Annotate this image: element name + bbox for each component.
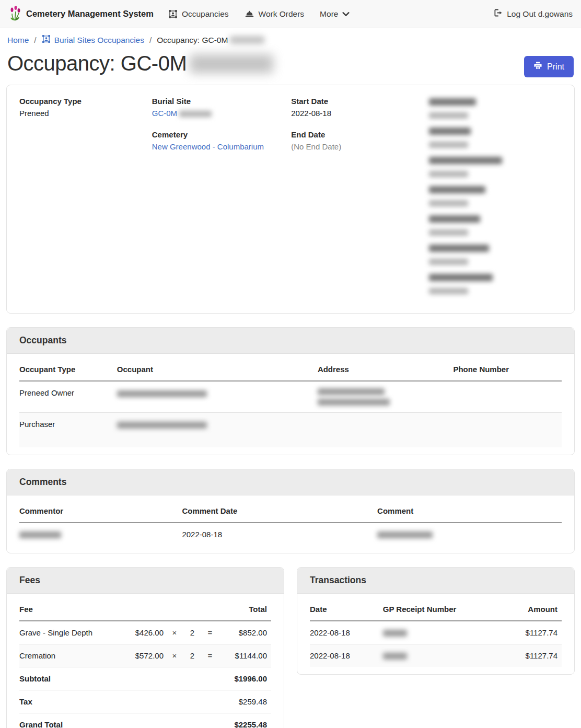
redacted-text — [179, 111, 212, 117]
breadcrumb-home-link[interactable]: Home — [7, 36, 29, 45]
hard-hat-icon — [245, 9, 254, 18]
comments-card: Comments Commentor Comment Date Comment … — [6, 469, 575, 553]
table-row: 2022-08-18 $1127.74 — [310, 644, 562, 667]
logout-icon — [493, 8, 503, 19]
print-button[interactable]: Print — [524, 56, 574, 77]
logout-label: Log Out d.gowans — [507, 9, 573, 19]
column-header: Fee — [19, 598, 221, 621]
print-label: Print — [547, 62, 564, 72]
start-date-value: 2022-08-18 — [291, 109, 429, 118]
transactions-card: Transactions Date GP Receipt Number Amou… — [297, 567, 575, 675]
page-header: Occupancy: GC-0M Print — [0, 51, 581, 85]
fees-table: Fee Total Grave - Single Depth $426.00 ×… — [19, 598, 271, 728]
occupancy-type-value: Preneed — [19, 109, 152, 118]
column-header: Occupant Type — [19, 358, 117, 381]
column-header: GP Receipt Number — [383, 598, 494, 621]
comments-table: Commentor Comment Date Comment 2022-08-1… — [19, 500, 562, 546]
app-title: Cemetery Management System — [26, 9, 154, 19]
cemetery-label: Cemetery — [152, 130, 291, 139]
breadcrumb: Home / Burial Sites Occupancies / Occupa… — [0, 28, 581, 51]
nav-item-more[interactable]: More — [320, 9, 350, 19]
tax-row: Tax $259.48 — [19, 690, 271, 713]
redacted-text — [19, 531, 61, 538]
table-row: 2022-08-18 $1127.74 — [310, 621, 562, 644]
column-header: Comment Date — [182, 500, 377, 523]
breadcrumb-occupancies-label: Burial Sites Occupancies — [54, 36, 144, 45]
column-header: Phone Number — [453, 358, 562, 381]
redacted-text — [117, 422, 207, 429]
redacted-text — [230, 36, 264, 44]
table-row: Cremation $572.00 × 2 = $1144.00 — [19, 644, 271, 667]
column-header: Date — [310, 598, 383, 621]
nav-label: Occupancies — [182, 9, 229, 19]
nav-item-work-orders[interactable]: Work Orders — [245, 9, 305, 19]
end-date-label: End Date — [291, 130, 429, 139]
column-header: Commentor — [19, 500, 182, 523]
occupants-table: Occupant Type Occupant Address Phone Num… — [19, 358, 562, 447]
fees-card: Fees Fee Total Grave - Single Depth $426… — [6, 567, 284, 728]
redacted-text — [190, 54, 273, 73]
subtotal-row: Subtotal $1996.00 — [19, 667, 271, 690]
breadcrumb-current: Occupancy: GC-0M — [157, 36, 264, 45]
redacted-text — [318, 399, 390, 406]
column-header: Amount — [494, 598, 562, 621]
redacted-text — [377, 531, 433, 538]
column-header: Comment — [377, 500, 562, 523]
occupancy-detail-card: Occupancy Type Preneed Burial Site GC-0M… — [6, 85, 575, 314]
occupancy-plot-icon — [168, 9, 178, 19]
grand-total-row: Grand Total $2255.48 — [19, 713, 271, 728]
table-row: 2022-08-18 — [19, 523, 562, 546]
chevron-down-icon — [342, 11, 350, 17]
table-row: Preneed Owner — [19, 381, 562, 413]
brand[interactable]: Cemetery Management System — [8, 5, 154, 22]
occupancy-plot-icon — [42, 34, 51, 45]
burial-site-label: Burial Site — [152, 97, 291, 106]
breadcrumb-occupancies-link[interactable]: Burial Sites Occupancies — [42, 34, 144, 45]
logout-button[interactable]: Log Out d.gowans — [493, 8, 573, 19]
tulip-logo-icon — [8, 5, 22, 22]
redacted-text — [318, 388, 385, 395]
redacted-text — [117, 390, 207, 397]
page-title: Occupancy: GC-0M — [7, 52, 273, 75]
fees-title: Fees — [7, 568, 284, 594]
comments-title: Comments — [7, 469, 574, 495]
occupancy-type-label: Occupancy Type — [19, 97, 152, 106]
nav-label: More — [320, 9, 338, 19]
column-header: Total — [221, 598, 271, 621]
transactions-table: Date GP Receipt Number Amount 2022-08-18… — [310, 598, 562, 667]
redacted-text — [383, 653, 407, 660]
top-navbar: Cemetery Management System Occupancies — [0, 0, 581, 28]
start-date-label: Start Date — [291, 97, 429, 106]
transactions-title: Transactions — [297, 568, 574, 594]
occupants-title: Occupants — [7, 328, 574, 354]
nav-item-occupancies[interactable]: Occupancies — [168, 9, 229, 19]
breadcrumb-separator: / — [34, 36, 36, 45]
redacted-text — [383, 630, 407, 637]
breadcrumb-separator: / — [149, 36, 152, 45]
end-date-value: (No End Date) — [291, 142, 429, 151]
printer-icon — [533, 61, 542, 72]
cemetery-link[interactable]: New Greenwood - Columbarium — [152, 142, 264, 151]
burial-site-link[interactable]: GC-0M — [152, 109, 212, 118]
table-row: Purchaser — [19, 413, 562, 447]
table-row: Grave - Single Depth $426.00 × 2 = $852.… — [19, 621, 271, 644]
column-header: Occupant — [117, 358, 318, 381]
nav-label: Work Orders — [259, 9, 305, 19]
occupants-card: Occupants Occupant Type Occupant Address… — [6, 327, 575, 455]
redacted-fields-column — [429, 97, 562, 302]
column-header: Address — [318, 358, 454, 381]
